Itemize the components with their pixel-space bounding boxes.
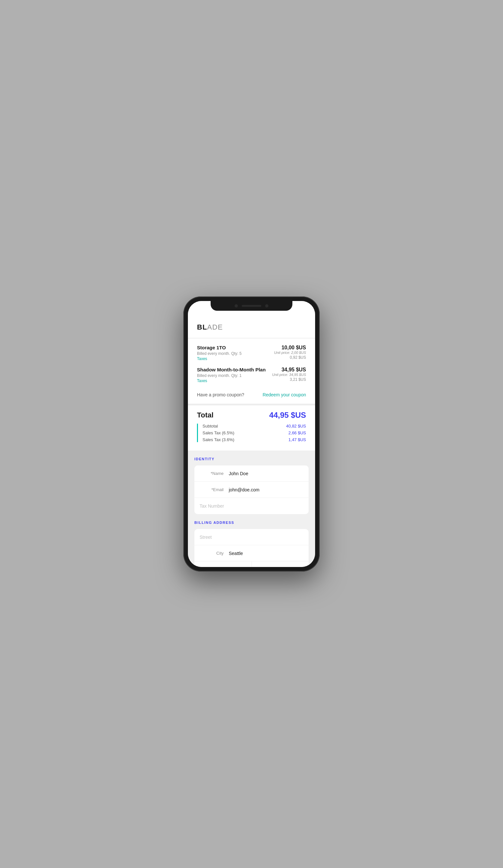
order-item-2-name: Shadow Month-to-Month Plan	[197, 367, 266, 372]
order-item-2-desc: Billed every month. Qty: 1	[197, 373, 266, 378]
name-label: *Name	[199, 471, 229, 476]
order-item-2-tax: 3,21 $US	[272, 377, 306, 382]
order-item-2-unit: Unit price: 34,95 $US	[272, 373, 306, 376]
state-half[interactable]: State WA	[252, 561, 309, 567]
phone-notch	[211, 301, 292, 311]
tax-number-placeholder[interactable]: Tax Number	[199, 504, 304, 509]
email-label: *Email	[199, 487, 229, 492]
subtotal-block: Subtotal 40,82 $US Sales Tax (6.5%) 2,66…	[197, 424, 306, 442]
email-value[interactable]: john@doe.com	[229, 487, 304, 493]
zip-state-row: Zip 98101 State WA	[194, 561, 309, 567]
zip-value[interactable]: 98101	[209, 566, 221, 567]
city-value[interactable]: Seattle	[229, 551, 304, 556]
billing-title: BILLING ADDRESS	[194, 520, 309, 525]
order-item-1-right: 10,00 $US Unit price: 2,00 $US 0,92 $US	[274, 345, 306, 360]
name-row[interactable]: *Name John Doe	[194, 465, 309, 482]
camera-dot-2	[265, 304, 268, 308]
order-item-2-taxes[interactable]: Taxes	[197, 379, 266, 383]
street-placeholder[interactable]: Street	[199, 535, 304, 540]
tax2-label: Sales Tax (3.6%)	[203, 437, 234, 442]
order-item-1-unit: Unit price: 2,00 $US	[274, 351, 306, 354]
logo-section: BLADE	[188, 315, 315, 338]
order-item-1-price: 10,00 $US	[274, 345, 306, 351]
tax1-line: Sales Tax (6.5%) 2,66 $US	[203, 431, 306, 435]
billing-form-card: Street City Seattle Zip 98101 State W	[194, 529, 309, 567]
name-value[interactable]: John Doe	[229, 471, 304, 476]
subtotal-value: 40,82 $US	[286, 424, 306, 428]
logo-bl: BL	[197, 323, 207, 331]
app-logo: BLADE	[197, 323, 306, 331]
order-item-1-desc: Billed every month. Qty: 5	[197, 351, 242, 356]
speaker	[242, 305, 261, 307]
order-item-1-tax: 0,92 $US	[274, 355, 306, 360]
camera-dot	[235, 304, 238, 308]
state-value[interactable]: WA	[270, 566, 277, 567]
subtotal-line: Subtotal 40,82 $US	[203, 424, 306, 428]
total-amount: 44,95 $US	[269, 411, 306, 420]
order-item-1-taxes[interactable]: Taxes	[197, 356, 242, 361]
identity-form-card: *Name John Doe *Email john@doe.com Tax N…	[194, 465, 309, 514]
zip-label: Zip	[199, 566, 209, 567]
identity-section: IDENTITY *Name John Doe *Email john@doe.…	[188, 451, 315, 567]
order-item-2-price: 34,95 $US	[272, 367, 306, 373]
order-item-2-right: 34,95 $US Unit price: 34,95 $US 3,21 $US	[272, 367, 306, 382]
screen-content[interactable]: BLADE Storage 1TO Billed every month. Qt…	[188, 301, 315, 567]
tax2-line: Sales Tax (3.6%) 1,47 $US	[203, 437, 306, 442]
subtotal-label: Subtotal	[203, 424, 218, 428]
tax2-value: 1,47 $US	[288, 437, 306, 442]
logo-ade: ADE	[207, 323, 223, 331]
order-item-1: Storage 1TO Billed every month. Qty: 5 T…	[197, 345, 306, 361]
city-row[interactable]: City Seattle	[194, 545, 309, 561]
total-label: Total	[197, 411, 214, 420]
zip-half[interactable]: Zip 98101	[194, 561, 252, 567]
order-section: Storage 1TO Billed every month. Qty: 5 T…	[188, 338, 315, 404]
order-item-1-name: Storage 1TO	[197, 345, 242, 350]
phone-screen: BLADE Storage 1TO Billed every month. Qt…	[188, 301, 315, 567]
city-label: City	[199, 551, 229, 556]
tax1-value: 2,66 $US	[288, 431, 306, 435]
promo-row: Have a promo coupon? Redeem your coupon	[197, 389, 306, 399]
tax1-label: Sales Tax (6.5%)	[203, 431, 234, 435]
redeem-coupon-link[interactable]: Redeem your coupon	[263, 392, 306, 397]
identity-title: IDENTITY	[194, 457, 309, 461]
total-section: Total 44,95 $US Subtotal 40,82 $US Sales…	[188, 405, 315, 451]
divider-2	[188, 404, 315, 404]
order-item-2-left: Shadow Month-to-Month Plan Billed every …	[197, 367, 266, 383]
tax-number-row[interactable]: Tax Number	[194, 498, 309, 514]
street-row[interactable]: Street	[194, 529, 309, 545]
state-label: State	[257, 566, 270, 567]
order-item-1-left: Storage 1TO Billed every month. Qty: 5 T…	[197, 345, 242, 361]
email-row[interactable]: *Email john@doe.com	[194, 482, 309, 498]
order-item-2: Shadow Month-to-Month Plan Billed every …	[197, 367, 306, 383]
phone-frame: BLADE Storage 1TO Billed every month. Qt…	[183, 297, 320, 571]
promo-text: Have a promo coupon?	[197, 392, 244, 397]
total-row: Total 44,95 $US	[197, 411, 306, 420]
